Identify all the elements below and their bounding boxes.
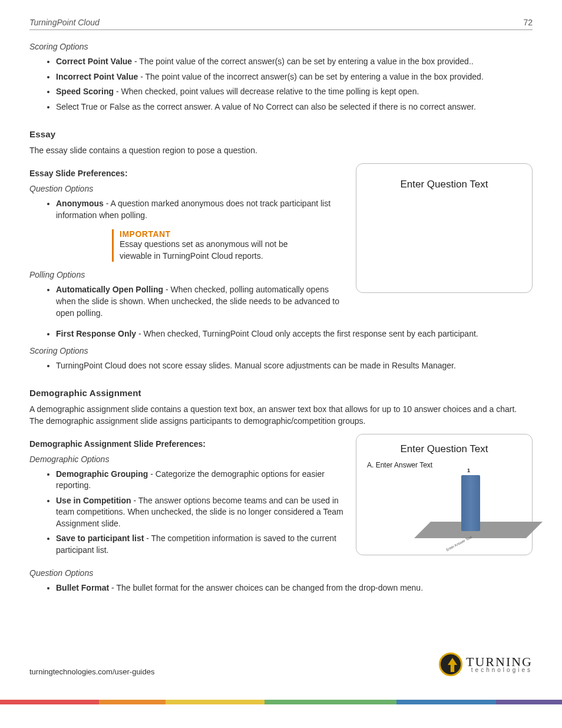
important-text: Essay questions set as anonymous will no… — [120, 239, 306, 262]
question-options-heading: Question Options — [29, 184, 344, 193]
list-item: Correct Point Value - The point value of… — [56, 56, 533, 68]
demographic-options-heading: Demographic Options — [29, 454, 344, 464]
list-item: Select True or False as the correct answ… — [56, 101, 533, 113]
demographic-prefs-label: Demographic Assignment Slide Preferences… — [29, 439, 344, 449]
polling-options-list: Automatically Open Polling - When checke… — [56, 284, 344, 319]
page-footer: turningtechnologies.com/user-guides TURN… — [29, 653, 533, 676]
logo-sub-text: technologies — [466, 667, 533, 673]
list-item: Incorrect Point Value - The point value … — [56, 71, 533, 83]
list-item: Demographic Grouping - Categorize the de… — [56, 469, 344, 492]
chart-bar-label: 1 — [467, 467, 470, 473]
page-header: TurningPoint Cloud 72 — [29, 18, 533, 30]
figure-chart: 1 Enter Answer Text — [367, 463, 521, 549]
list-item: Use in Competition - The answer options … — [56, 495, 344, 530]
demographic-heading: Demographic Assignment — [29, 388, 533, 398]
list-item: Automatically Open Polling - When checke… — [56, 284, 344, 319]
page-number: 72 — [523, 18, 533, 27]
figure-question-text: Enter Question Text — [367, 443, 521, 455]
logo-main-text: TURNING — [466, 656, 533, 668]
polling-options-heading: Polling Options — [29, 270, 344, 279]
chart-bar — [461, 475, 480, 531]
essay-scoring-heading: Scoring Options — [29, 346, 533, 355]
question-options-list: Anonymous - A question marked anonymous … — [56, 198, 344, 221]
important-label: IMPORTANT — [120, 229, 306, 239]
list-item: Bullet Format - The bullet format for th… — [56, 582, 533, 594]
list-item: First Response Only - When checked, Turn… — [56, 328, 533, 340]
logo-icon — [439, 653, 462, 676]
scoring-options-heading: Scoring Options — [29, 42, 533, 51]
demographic-options-list: Demographic Grouping - Categorize the de… — [56, 469, 344, 556]
important-callout: IMPORTANT Essay questions set as anonymo… — [112, 229, 306, 262]
figure-question-text: Enter Question Text — [356, 179, 532, 190]
footer-url: turningtechnologies.com/user-guides — [29, 667, 154, 676]
footer-color-strip — [0, 700, 562, 704]
demographic-intro: A demographic assignment slide contains … — [29, 404, 533, 427]
essay-scoring-list: TurningPoint Cloud does not score essay … — [56, 360, 533, 372]
list-item: TurningPoint Cloud does not score essay … — [56, 360, 533, 372]
essay-prefs-label: Essay Slide Preferences: — [29, 169, 344, 178]
demo-question-options-heading: Question Options — [29, 568, 533, 578]
polling-options-list-cont: First Response Only - When checked, Turn… — [56, 328, 533, 340]
demo-question-options-list: Bullet Format - The bullet format for th… — [56, 582, 533, 594]
essay-heading: Essay — [29, 129, 533, 139]
demographic-figure: Enter Question Text A. Enter Answer Text… — [356, 434, 533, 555]
list-item: Speed Scoring - When checked, point valu… — [56, 86, 533, 98]
essay-figure: Enter Question Text — [356, 163, 533, 293]
list-item: Anonymous - A question marked anonymous … — [56, 198, 344, 221]
essay-intro: The essay slide contains a question regi… — [29, 145, 533, 157]
brand-logo: TURNING technologies — [439, 653, 533, 676]
list-item: Save to participant list - The competiti… — [56, 533, 344, 556]
scoring-options-list: Correct Point Value - The point value of… — [56, 56, 533, 113]
header-title: TurningPoint Cloud — [29, 18, 100, 27]
